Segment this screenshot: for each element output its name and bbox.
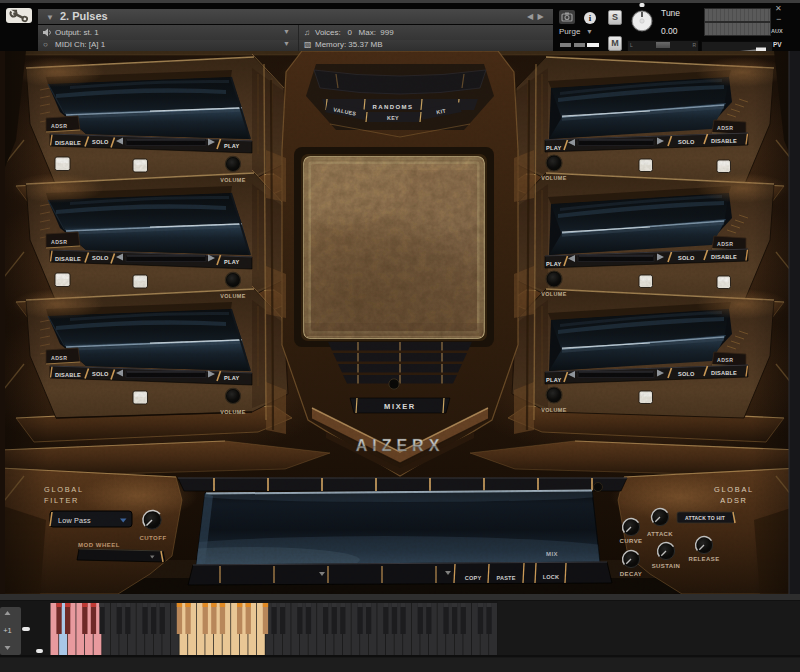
svg-text:+1: +1	[3, 626, 12, 635]
